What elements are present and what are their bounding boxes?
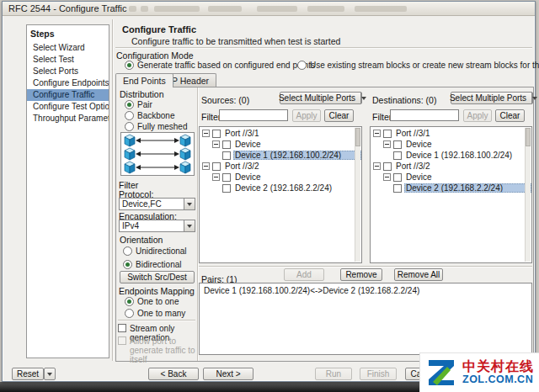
tree-node-label[interactable]: Device <box>233 172 263 182</box>
tree-node-label[interactable]: Device 1 (192.168.100.2/24) <box>404 151 514 160</box>
tree-checkbox[interactable] <box>393 184 402 193</box>
sources-select-multiple-ports-label: Select Multiple Ports <box>279 93 355 103</box>
tree-node-label[interactable]: Port //3/2 <box>223 162 261 171</box>
radio-backbone[interactable] <box>125 111 134 120</box>
step-configure-traffic[interactable]: Configure Traffic <box>27 89 109 101</box>
radio-unidirectional[interactable] <box>123 246 132 256</box>
tree-checkbox[interactable] <box>222 173 231 182</box>
pair-list-item[interactable]: Device 1 (192.168.100.2/24)<->Device 2 (… <box>204 286 527 295</box>
radio-generate-traffic[interactable] <box>125 61 134 70</box>
collapse-icon[interactable] <box>373 162 381 170</box>
step-throughput-parameters[interactable]: Throughput Parameters <box>27 113 109 124</box>
tree-checkbox[interactable] <box>383 130 392 138</box>
tree-checkbox[interactable] <box>393 151 402 160</box>
tree-row: Port //3/2 <box>200 161 361 172</box>
radio-one-to-many[interactable] <box>125 309 134 318</box>
tree-checkbox[interactable] <box>212 130 221 138</box>
radio-use-existing-streams[interactable] <box>297 61 307 70</box>
chevron-down-icon[interactable] <box>360 93 366 103</box>
background-window-ghost <box>129 6 136 12</box>
tree-row: Device <box>371 172 531 183</box>
sources-filter-input[interactable] <box>219 109 288 121</box>
step-configure-test-options[interactable]: Configure Test Options <box>27 101 109 113</box>
distribution-label: Distribution <box>120 89 164 99</box>
tree-node-label[interactable]: Device <box>404 140 434 149</box>
destinations-count-label: Destinations: (0) <box>372 95 436 105</box>
tree-checkbox[interactable] <box>222 151 231 160</box>
step-select-wizard[interactable]: Select Wizard <box>27 42 109 54</box>
protocol-value: Device,FC <box>120 199 184 209</box>
tree-node-label[interactable]: Device <box>233 140 263 149</box>
tree-checkbox[interactable] <box>383 162 392 171</box>
scrollbar[interactable] <box>525 128 531 262</box>
reset-dropdown-button[interactable] <box>44 368 56 380</box>
background-window-ghost <box>208 6 242 12</box>
collapse-icon[interactable] <box>212 173 220 181</box>
tree-checkbox[interactable] <box>393 140 402 149</box>
collapse-icon[interactable] <box>373 130 381 137</box>
sources-apply-button: Apply <box>292 109 321 122</box>
step-select-ports[interactable]: Select Ports <box>27 66 109 77</box>
reset-button[interactable]: Reset <box>12 368 44 380</box>
pairs-list: Device 1 (192.168.100.2/24)<->Device 2 (… <box>199 283 532 355</box>
stream-only-generation-checkbox[interactable] <box>118 324 126 332</box>
destinations-filter-input[interactable] <box>390 109 459 121</box>
tree-node-label[interactable]: Port //3/2 <box>394 162 432 171</box>
radio-pair[interactable] <box>125 100 134 109</box>
pairs-remove-all-button[interactable]: Remove All <box>394 268 443 281</box>
tree-checkbox[interactable] <box>393 173 402 182</box>
tree-node-label[interactable]: Device <box>404 172 434 182</box>
collapse-icon[interactable] <box>383 173 391 181</box>
protocol-combo[interactable]: Device,FC <box>119 198 195 210</box>
collapse-icon[interactable] <box>212 140 220 148</box>
collapse-icon[interactable] <box>202 162 210 170</box>
configuration-mode-label: Configuration Mode <box>116 50 194 61</box>
sources-clear-button[interactable]: Clear <box>324 109 354 122</box>
zol-logo-icon <box>424 356 458 389</box>
radio-one-to-one[interactable] <box>125 297 134 306</box>
scrollbar-thumb[interactable] <box>355 128 360 146</box>
chevron-down-icon <box>47 373 52 376</box>
dialog-titlebar[interactable]: RFC 2544 - Configure Traffic <box>3 2 535 16</box>
tree-checkbox[interactable] <box>222 140 231 149</box>
radio-fully-meshed[interactable] <box>125 122 134 131</box>
page-title: Configure Traffic <box>122 24 196 34</box>
tree-node-label[interactable]: Device 2 (192.168.2.2/24) <box>233 183 334 193</box>
pairs-remove-button[interactable]: Remove <box>340 268 382 281</box>
destinations-clear-button[interactable]: Clear <box>495 109 525 122</box>
tree-row: Device 2 (192.168.2.2/24) <box>200 183 361 193</box>
tree-node-label[interactable]: Port //3/1 <box>394 129 432 138</box>
step-configure-endpoints[interactable]: Configure Endpoints <box>27 77 109 89</box>
chevron-down-icon[interactable] <box>184 199 195 209</box>
scrollbar[interactable] <box>355 128 360 262</box>
step-select-test[interactable]: Select Test <box>27 54 109 66</box>
zol-watermark: 中关村在线 ZOL.COM.CN <box>419 352 539 392</box>
tab-end-points[interactable]: End Points <box>115 73 173 87</box>
switch-src-dest-button[interactable]: Switch Src/Dest <box>120 271 195 283</box>
tree-checkbox[interactable] <box>222 184 231 193</box>
sources-count-label: Sources: (0) <box>201 95 249 105</box>
collapse-icon[interactable] <box>383 140 391 148</box>
encapsulation-combo[interactable]: IPv4 <box>119 220 195 232</box>
destinations-select-multiple-ports-button[interactable]: Select Multiple Ports <box>451 92 533 104</box>
tree-node-label[interactable]: Device 2 (192.168.2.2/24) <box>404 183 531 193</box>
tree-node-label[interactable]: Port //3/1 <box>223 129 261 138</box>
scrollbar-thumb[interactable] <box>526 128 531 146</box>
tree-node-label[interactable]: Device 1 (192.168.100.2/24) <box>233 151 361 160</box>
pairs-add-button: Add <box>284 268 324 281</box>
next-button[interactable]: Next > <box>203 368 253 380</box>
collapse-icon[interactable] <box>202 130 210 137</box>
chevron-down-icon[interactable] <box>184 220 195 231</box>
background-window-ghost <box>257 6 297 12</box>
sources-select-multiple-ports-button[interactable]: Select Multiple Ports <box>280 92 362 104</box>
tree-checkbox[interactable] <box>212 162 221 171</box>
tree-row: Port //3/1 <box>200 128 361 139</box>
chevron-down-icon[interactable] <box>531 93 537 103</box>
back-button[interactable]: < Back <box>148 368 199 380</box>
tree-row: Port //3/1 <box>371 128 531 139</box>
radio-bidirectional[interactable] <box>123 260 132 269</box>
tree-row: Device 1 (192.168.100.2/24) <box>200 150 361 161</box>
radio-fully-meshed-label: Fully meshed <box>137 122 187 131</box>
steps-header: Steps <box>27 27 109 42</box>
allow-port-self-traffic-label: Allow port to generate traffic to itself <box>130 336 195 364</box>
